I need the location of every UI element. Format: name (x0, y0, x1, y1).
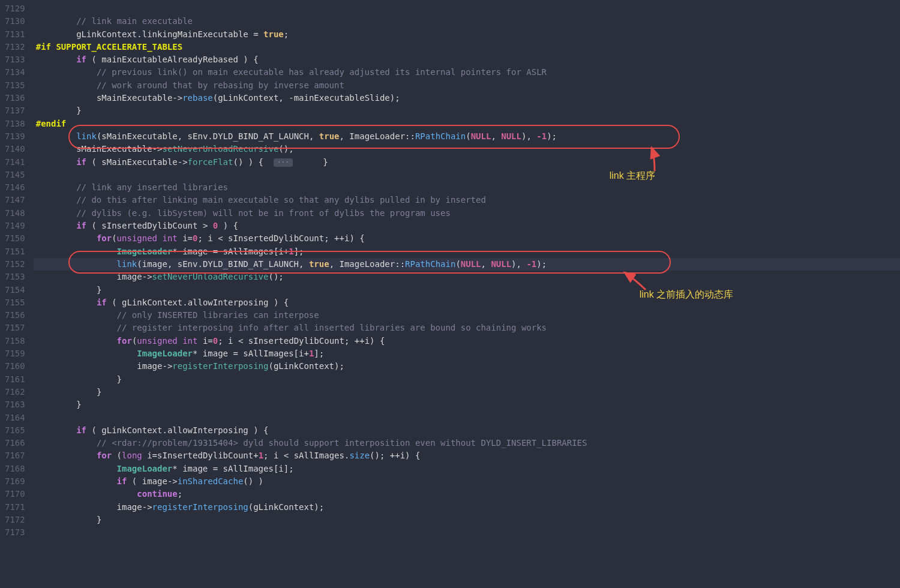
code-line: #if SUPPORT_ACCELERATE_TABLES (34, 41, 900, 53)
line-number: 7141 (5, 156, 25, 169)
line-number: 7158 (5, 335, 25, 347)
code-line: continue; (34, 488, 900, 500)
code-area[interactable]: // link main executable gLinkContext.lin… (34, 0, 900, 588)
line-number: 7166 (5, 437, 25, 449)
code-line: if ( gLinkContext.allowInterposing ) { (34, 424, 900, 437)
line-number: 7153 (5, 271, 25, 283)
code-line: // work around that by rebasing by inver… (34, 79, 900, 92)
code-line: if ( sMainExecutable->forceFlat() ) { ··… (34, 156, 900, 169)
line-number: 7148 (5, 207, 25, 220)
line-number: 7165 (5, 424, 25, 437)
line-number: 7138 (5, 118, 25, 130)
line-number: 7168 (5, 463, 25, 475)
code-line: } (34, 386, 900, 398)
line-number: 7150 (5, 232, 25, 245)
fold-indicator[interactable]: ··· (274, 158, 293, 167)
code-line: ImageLoader* image = sAllImages[i+1]; (34, 245, 900, 258)
code-line: #endif (34, 118, 900, 130)
line-number: 7145 (5, 169, 25, 181)
code-editor[interactable]: 7129713071317132713371347135713671377138… (0, 0, 900, 588)
code-line (34, 526, 900, 539)
line-number: 7159 (5, 347, 25, 360)
code-line: // previous link() on main executable ha… (34, 66, 900, 79)
code-line: if ( mainExcutableAlreadyRebased ) { (34, 53, 900, 66)
line-number: 7140 (5, 143, 25, 155)
code-line: } (34, 284, 900, 296)
code-line: if ( image->inSharedCache() ) (34, 475, 900, 488)
line-number: 7172 (5, 514, 25, 526)
line-number: 7155 (5, 296, 25, 309)
line-number: 7164 (5, 412, 25, 424)
code-line: image->setNeverUnloadRecursive(); (34, 271, 900, 283)
code-line: // dylibs (e.g. libSystem) will not be i… (34, 207, 900, 220)
line-number: 7130 (5, 15, 25, 28)
code-line: link(image, sEnv.DYLD_BIND_AT_LAUNCH, tr… (34, 258, 900, 271)
line-number: 7173 (5, 526, 25, 539)
code-line: } (34, 104, 900, 117)
line-number: 7139 (5, 130, 25, 143)
line-number: 7160 (5, 360, 25, 373)
line-number: 7131 (5, 28, 25, 41)
line-number: 7133 (5, 53, 25, 66)
line-number: 7152 (5, 258, 25, 271)
code-line: // link any inserted libraries (34, 181, 900, 194)
line-number: 7170 (5, 488, 25, 500)
line-number: 7149 (5, 220, 25, 232)
code-line: ImageLoader* image = sAllImages[i]; (34, 463, 900, 475)
line-number: 7136 (5, 92, 25, 104)
code-line: } (34, 398, 900, 411)
line-number: 7151 (5, 245, 25, 258)
code-line: if ( gLinkContext.allowInterposing ) { (34, 296, 900, 309)
line-number: 7137 (5, 104, 25, 117)
code-line: for(unsigned int i=0; i < sInsertedDylib… (34, 335, 900, 347)
line-number: 7154 (5, 284, 25, 296)
code-line: } (34, 373, 900, 386)
line-number: 7135 (5, 79, 25, 92)
line-number: 7163 (5, 398, 25, 411)
line-number: 7132 (5, 41, 25, 53)
code-line (34, 2, 900, 15)
code-line: ImageLoader* image = sAllImages[i+1]; (34, 347, 900, 360)
code-line: image->registerInterposing(gLinkContext)… (34, 501, 900, 514)
code-line: for(unsigned int i=0; i < sInsertedDylib… (34, 232, 900, 245)
line-number: 7146 (5, 181, 25, 194)
code-line: // do this after linking main executable… (34, 194, 900, 206)
code-line: for (long i=sInsertedDylibCount+1; i < s… (34, 449, 900, 462)
line-number: 7134 (5, 66, 25, 79)
line-number: 7167 (5, 449, 25, 462)
code-line: gLinkContext.linkingMainExecutable = tru… (34, 28, 900, 41)
line-number: 7129 (5, 2, 25, 15)
code-line: if ( sInsertedDylibCount > 0 ) { (34, 220, 900, 232)
line-number: 7156 (5, 309, 25, 322)
code-line: image->registerInterposing(gLinkContext)… (34, 360, 900, 373)
code-line: // register interposing info after all i… (34, 322, 900, 334)
code-line: link(sMainExecutable, sEnv.DYLD_BIND_AT_… (34, 130, 900, 143)
line-number: 7162 (5, 386, 25, 398)
code-line: sMainExecutable->rebase(gLinkContext, -m… (34, 92, 900, 104)
code-line: } (34, 514, 900, 526)
line-number: 7171 (5, 501, 25, 514)
line-number: 7147 (5, 194, 25, 206)
line-number: 7161 (5, 373, 25, 386)
code-line (34, 412, 900, 424)
line-gutter: 7129713071317132713371347135713671377138… (0, 0, 34, 588)
line-number: 7157 (5, 322, 25, 334)
code-line: // link main executable (34, 15, 900, 28)
code-line: // <rdar://problem/19315404> dyld should… (34, 437, 900, 449)
code-line (34, 169, 900, 181)
line-number: 7169 (5, 475, 25, 488)
code-line: // only INSERTED libraries can interpose (34, 309, 900, 322)
code-line: sMainExecutable->setNeverUnloadRecursive… (34, 143, 900, 155)
